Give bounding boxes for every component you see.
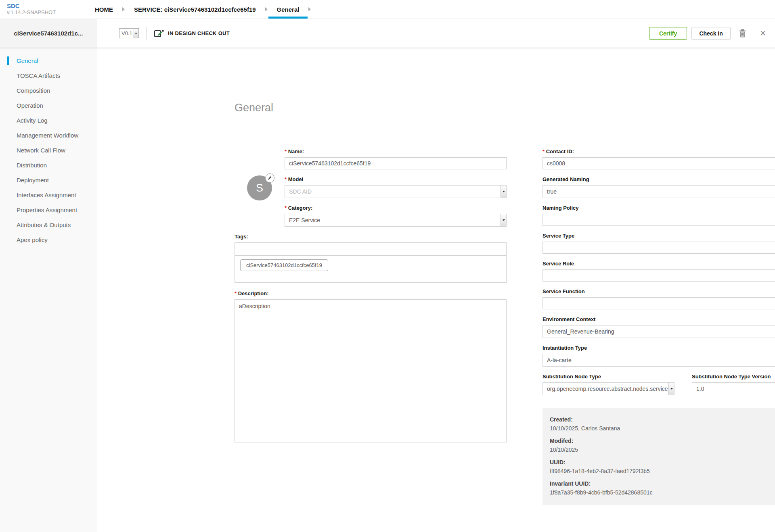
- trash-icon: [739, 29, 746, 38]
- sidebar-item-operation[interactable]: Operation: [0, 98, 97, 113]
- instantiation-type-select-value: A-la-carte: [543, 354, 775, 366]
- sidebar-item-distribution[interactable]: Distribution: [0, 158, 97, 173]
- top-header: SDC v.1.14.2-SNAPSHOT HOME SERVICE: ciSe…: [0, 0, 775, 19]
- breadcrumb-separator-icon: [265, 7, 268, 11]
- service-role-label: Service Role: [542, 261, 775, 267]
- invariant-uuid-label: Invariant UUID:: [550, 479, 775, 488]
- uuid-value: fff98496-1a18-4eb2-8a37-faed1792f3b5: [550, 467, 775, 476]
- model-select[interactable]: SDC AID: [285, 185, 507, 198]
- sidebar-item-properties-assignment[interactable]: Properties Assignment: [0, 202, 97, 217]
- naming-policy-input[interactable]: [542, 214, 775, 226]
- close-button[interactable]: ✕: [760, 29, 766, 37]
- metadata-box: Created: 10/10/2025, Carlos Santana Modi…: [542, 408, 775, 505]
- form-right-column: Contact ID: Generated Naming true Naming…: [542, 148, 775, 505]
- service-function-input[interactable]: [542, 297, 775, 309]
- close-icon: ✕: [760, 29, 766, 37]
- workspace-toolbar: ciService57463102d1c... V0.1 IN DESIGN C…: [0, 19, 775, 48]
- tag-chip[interactable]: ciService57463102d1ccfce65f19: [240, 259, 328, 271]
- uuid-label: UUID:: [550, 458, 775, 467]
- toolbar-divider: [146, 27, 147, 40]
- sidebar-item-general[interactable]: General: [0, 53, 97, 68]
- sidebar-item-deployment[interactable]: Deployment: [0, 173, 97, 188]
- category-select[interactable]: E2E Service: [285, 214, 507, 227]
- page-title: General: [235, 102, 273, 114]
- breadcrumb-service[interactable]: SERVICE: ciService57463102d1ccfce65f19: [126, 0, 264, 19]
- tags-label: Tags:: [235, 234, 507, 240]
- name-label: Name:: [285, 148, 507, 154]
- sidebar-item-composition[interactable]: Composition: [0, 83, 97, 98]
- lifecycle-status-label: IN DESIGN CHECK OUT: [168, 30, 230, 36]
- check-in-button[interactable]: Check in: [691, 27, 731, 40]
- tags-box: ciService57463102d1ccfce65f19: [235, 242, 507, 283]
- sidebar-item-apex-policy[interactable]: Apex policy: [0, 232, 97, 247]
- service-type-input[interactable]: [542, 242, 775, 254]
- model-select-value: SDC AID: [285, 186, 501, 198]
- service-function-label: Service Function: [542, 288, 775, 294]
- checkout-icon: [154, 29, 164, 38]
- substitution-node-type-select[interactable]: org.openecomp.resource.abstract.nodes.se…: [542, 382, 674, 395]
- breadcrumb-separator-icon: [308, 7, 311, 11]
- version-select-value: V0.1: [119, 30, 133, 36]
- generated-naming-select[interactable]: true: [542, 185, 775, 198]
- main-content: General Save S: [97, 48, 775, 532]
- chevron-down-icon: [501, 214, 506, 226]
- service-role-input[interactable]: [542, 269, 775, 282]
- model-label: Model: [285, 176, 507, 182]
- category-select-value: E2E Service: [285, 214, 501, 226]
- category-label: Category:: [285, 205, 507, 211]
- pencil-icon: [268, 176, 272, 181]
- instantiation-type-select[interactable]: A-la-carte: [542, 354, 775, 367]
- contact-id-input[interactable]: [542, 157, 775, 169]
- substitution-node-type-version-select[interactable]: 1.0: [692, 382, 775, 395]
- app-version: v.1.14.2-SNAPSHOT: [7, 9, 86, 15]
- substitution-node-type-version-label: Substitution Node Type Version: [692, 373, 775, 380]
- substitution-node-type-label: Substitution Node Type: [542, 373, 674, 380]
- description-label: Description:: [235, 290, 507, 296]
- delete-button[interactable]: [739, 29, 746, 38]
- certify-button[interactable]: Certify: [649, 27, 687, 40]
- naming-policy-label: Naming Policy: [542, 205, 775, 211]
- environment-context-label: Environment Context: [542, 316, 775, 322]
- name-input[interactable]: [285, 157, 507, 169]
- sidebar-item-attributes-outputs[interactable]: Attributes & Outputs: [0, 217, 97, 232]
- version-select[interactable]: V0.1: [119, 28, 139, 38]
- sidebar-item-management-workflow[interactable]: Management Workflow: [0, 128, 97, 143]
- sidebar: General TOSCA Artifacts Composition Oper…: [0, 48, 97, 532]
- app-logo[interactable]: SDC v.1.14.2-SNAPSHOT: [0, 0, 86, 19]
- avatar: S: [247, 175, 272, 200]
- chevron-down-icon: [668, 383, 674, 395]
- instantiation-type-label: Instantiation Type: [542, 345, 775, 351]
- edit-avatar-button[interactable]: [265, 173, 274, 183]
- created-label: Created:: [550, 415, 775, 424]
- entity-title: ciService57463102d1c...: [0, 19, 97, 48]
- breadcrumb-general[interactable]: General: [268, 0, 308, 19]
- breadcrumb: HOME SERVICE: ciService57463102d1ccfce65…: [86, 0, 312, 19]
- sidebar-item-network-call-flow[interactable]: Network Call Flow: [0, 143, 97, 158]
- substitution-node-type-select-value: org.openecomp.resource.abstract.nodes.se…: [543, 383, 668, 395]
- environment-context-select-value: General_Revenue-Bearing: [543, 325, 775, 338]
- sidebar-item-tosca-artifacts[interactable]: TOSCA Artifacts: [0, 68, 97, 83]
- breadcrumb-home[interactable]: HOME: [86, 0, 121, 19]
- form-left-column: S Name: Model SDC AID: [235, 148, 507, 451]
- environment-context-select[interactable]: General_Revenue-Bearing: [542, 325, 775, 338]
- created-value: 10/10/2025, Carlos Santana: [550, 424, 775, 433]
- tags-input[interactable]: [235, 243, 506, 256]
- generated-naming-select-value: true: [543, 186, 775, 198]
- chevron-down-icon: [133, 29, 138, 38]
- modified-label: Modifed:: [550, 436, 775, 445]
- lifecycle-status: IN DESIGN CHECK OUT: [154, 29, 230, 38]
- app-logo-title: SDC: [7, 2, 86, 9]
- service-type-label: Service Type: [542, 233, 775, 239]
- generated-naming-label: Generated Naming: [542, 176, 775, 182]
- breadcrumb-separator-icon: [122, 7, 125, 11]
- avatar-letter: S: [256, 182, 263, 194]
- tags-chip-list: ciService57463102d1ccfce65f19: [235, 256, 506, 282]
- modified-value: 10/10/2025: [550, 445, 775, 454]
- sidebar-item-activity-log[interactable]: Activity Log: [0, 113, 97, 128]
- contact-id-label: Contact ID:: [542, 148, 775, 154]
- sidebar-item-interfaces-assignment[interactable]: Interfaces Assignment: [0, 188, 97, 202]
- invariant-uuid-value: 1f8a7a35-f8b9-4cb6-bfb5-52d42868501c: [550, 488, 775, 497]
- chevron-down-icon: [501, 186, 506, 198]
- description-textarea[interactable]: aDescription: [235, 299, 507, 442]
- substitution-node-type-version-select-value: 1.0: [692, 383, 775, 395]
